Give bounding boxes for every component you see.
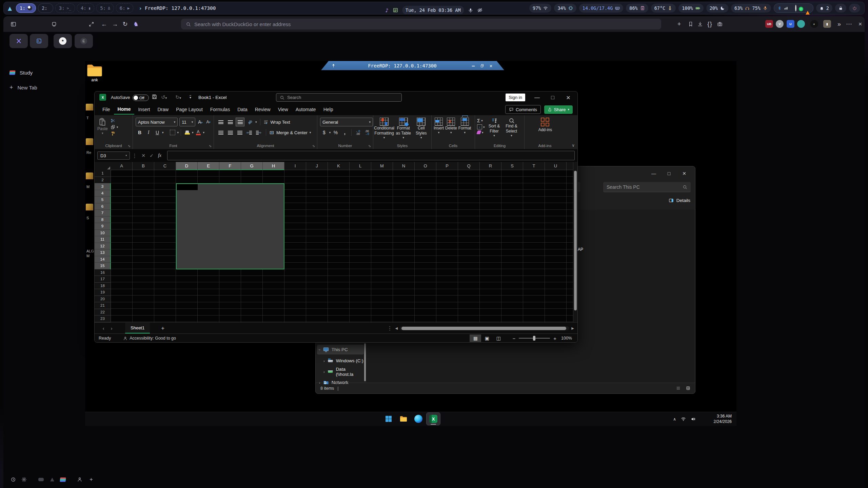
- borders-button[interactable]: [169, 128, 177, 137]
- ribbon-tab-formulas[interactable]: Formulas: [206, 105, 234, 114]
- explorer-close-button[interactable]: ✕: [677, 169, 692, 178]
- explorer-minimize-button[interactable]: —: [646, 169, 661, 178]
- row-header-17[interactable]: 17: [95, 276, 111, 283]
- sign-in-button[interactable]: Sign in: [506, 94, 525, 101]
- tab-overview-button[interactable]: [49, 19, 59, 29]
- row-header-22[interactable]: 22: [95, 309, 111, 316]
- row-header-20[interactable]: 20: [95, 296, 111, 303]
- align-right-button[interactable]: [236, 128, 244, 137]
- paste-button[interactable]: Paste▾: [97, 118, 108, 142]
- underline-button[interactable]: U: [153, 128, 161, 137]
- ribbon-tab-draw[interactable]: Draw: [154, 105, 172, 114]
- row-header-14[interactable]: 14: [95, 256, 111, 263]
- add-sheet-button[interactable]: +: [159, 324, 167, 332]
- worksheet-grid[interactable]: ABCDEFGHIJKLMNOPQRSTUV 12345678910111213…: [95, 162, 577, 322]
- find-select-button[interactable]: Find & Select▾: [504, 118, 519, 142]
- number-format-select[interactable]: General▾: [320, 118, 373, 126]
- align-center-button[interactable]: [226, 128, 234, 137]
- decrease-indent-button[interactable]: ⇦: [245, 128, 253, 137]
- cut-button[interactable]: [111, 118, 118, 123]
- column-header-K[interactable]: K: [328, 162, 350, 170]
- wrap-text-button[interactable]: Wrap Text: [263, 120, 290, 125]
- sidebar-history-button[interactable]: [9, 476, 17, 483]
- insert-cells-button[interactable]: ⇦ Insert▾: [434, 118, 444, 142]
- increase-indent-button[interactable]: ⇨: [255, 128, 263, 137]
- ribbon-tab-page-layout[interactable]: Page Layout: [172, 105, 206, 114]
- column-header-P[interactable]: P: [436, 162, 458, 170]
- pinned-tab-etab[interactable]: E: [75, 34, 93, 48]
- page-layout-view-icon[interactable]: ▣: [481, 334, 493, 342]
- chevron-icon[interactable]: ›: [323, 359, 325, 363]
- redo-button[interactable]: ↻▾: [175, 94, 181, 100]
- clipboard-launcher-icon[interactable]: [128, 145, 131, 148]
- column-header-J[interactable]: J: [306, 162, 328, 170]
- workspace-5[interactable]: 5:Δ: [96, 3, 114, 13]
- list-view-icon[interactable]: [676, 386, 680, 390]
- cell-styles-button[interactable]: Cell Styles▾: [413, 118, 429, 142]
- column-header-M[interactable]: M: [371, 162, 393, 170]
- sidebar-plus-button[interactable]: +: [87, 476, 95, 483]
- row-header-23[interactable]: 23: [95, 316, 111, 322]
- align-left-button[interactable]: [217, 128, 225, 137]
- workspace-1[interactable]: 1:: [16, 3, 36, 13]
- clear-button[interactable]: ▾: [477, 130, 485, 134]
- row-header-16[interactable]: 16: [95, 269, 111, 276]
- select-all-corner[interactable]: [95, 162, 111, 170]
- sidebar-library-button[interactable]: [59, 476, 66, 483]
- column-header-N[interactable]: N: [393, 162, 415, 170]
- ribbon-tab-insert[interactable]: Insert: [134, 105, 154, 114]
- column-header-I[interactable]: I: [284, 162, 306, 170]
- addins-button[interactable]: Add-ins: [538, 118, 552, 142]
- sidebar-shape-button[interactable]: [48, 476, 56, 483]
- page-break-view-icon[interactable]: ◫: [493, 334, 504, 342]
- row-header-8[interactable]: 8: [95, 217, 111, 223]
- column-header-S[interactable]: S: [501, 162, 523, 170]
- decrease-decimal-button[interactable]: .00→0: [363, 128, 371, 137]
- row-header-15[interactable]: 15: [95, 263, 111, 269]
- extension-vimium[interactable]: V: [776, 20, 784, 28]
- eye-off-icon[interactable]: [477, 7, 483, 13]
- quick-access-menu[interactable]: ▾: [190, 95, 191, 99]
- copy-button[interactable]: ▾: [111, 125, 118, 129]
- row-header-2[interactable]: 2: [95, 177, 111, 184]
- mic-status-icon[interactable]: [468, 8, 473, 13]
- workspace-4[interactable]: 4:▮: [77, 3, 94, 13]
- conditional-formatting-button[interactable]: Conditional Formatting▾: [375, 118, 394, 142]
- horizontal-scrollbar[interactable]: [400, 326, 569, 330]
- signal-tray[interactable]: [784, 6, 788, 10]
- ribbon-tab-home[interactable]: Home: [114, 104, 135, 115]
- share-button[interactable]: Share▾: [544, 105, 573, 114]
- extension-privacy[interactable]: [797, 20, 805, 28]
- bold-button[interactable]: B: [136, 128, 144, 137]
- close-button[interactable]: ×: [855, 19, 865, 29]
- column-header-D[interactable]: D: [176, 162, 198, 170]
- extension-tampermonkey[interactable]: ▮: [823, 20, 831, 28]
- sheet-tab-active[interactable]: Sheet1: [125, 323, 150, 334]
- dots-button[interactable]: ⋯: [844, 19, 854, 29]
- sidebar-settings-button[interactable]: [20, 476, 28, 483]
- italic-button[interactable]: I: [144, 128, 153, 137]
- sheet-next-icon[interactable]: ›: [107, 324, 116, 332]
- ribbon-tab-view[interactable]: View: [274, 105, 292, 114]
- row-header-18[interactable]: 18: [95, 283, 111, 289]
- network-icon[interactable]: [681, 416, 686, 422]
- hscroll-right-icon[interactable]: ▶: [571, 326, 574, 330]
- row-header-5[interactable]: 5: [95, 197, 111, 203]
- ribbon-tab-data[interactable]: Data: [234, 105, 251, 114]
- workspace-2[interactable]: 2:: [38, 3, 53, 13]
- column-header-C[interactable]: C: [154, 162, 176, 170]
- column-header-R[interactable]: R: [480, 162, 501, 170]
- increase-font-button[interactable]: A▴: [197, 118, 203, 126]
- volume-icon[interactable]: [691, 416, 696, 422]
- tree-item-data-host-la[interactable]: › Data (\\host.la: [317, 367, 364, 377]
- vertical-scrollbar-thumb[interactable]: [574, 171, 577, 310]
- font-launcher-icon[interactable]: [209, 145, 212, 148]
- column-header-G[interactable]: G: [241, 162, 263, 170]
- collapse-ribbon-icon[interactable]: ∨: [572, 143, 575, 148]
- rdp-minimize-button[interactable]: —: [469, 63, 478, 69]
- column-header-F[interactable]: F: [219, 162, 241, 170]
- save-button[interactable]: [152, 94, 157, 100]
- zoom-slider[interactable]: [519, 338, 550, 339]
- row-header-9[interactable]: 9: [95, 223, 111, 230]
- download-button[interactable]: [695, 19, 705, 29]
